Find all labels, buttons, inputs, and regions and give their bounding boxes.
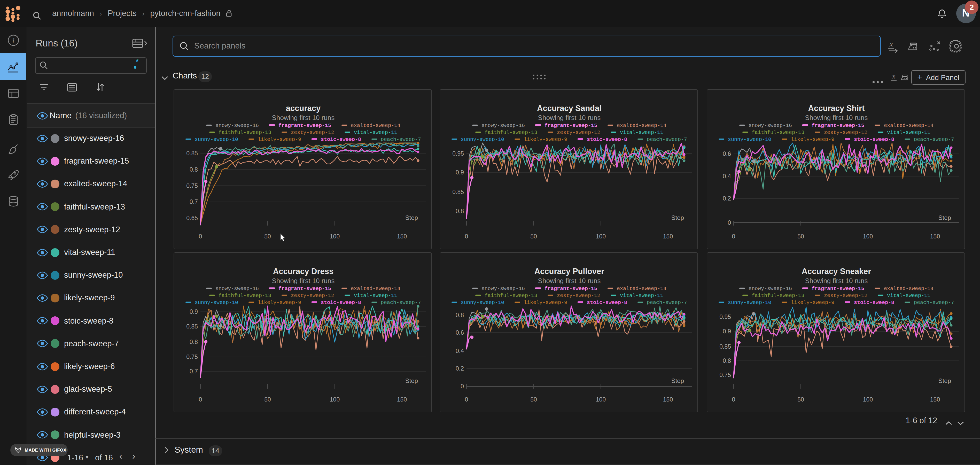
svg-text:fragrant-sweep-15: fragrant-sweep-15 bbox=[811, 122, 864, 129]
svg-text:Accuracy Shirt: Accuracy Shirt bbox=[808, 104, 865, 113]
svg-text:peach-sweep-7: peach-sweep-7 bbox=[380, 299, 421, 305]
svg-text:50: 50 bbox=[797, 396, 804, 403]
svg-text:0.95: 0.95 bbox=[452, 150, 464, 157]
svg-text:vital-sweep-11: vital-sweep-11 bbox=[620, 292, 663, 298]
svg-text:0.2: 0.2 bbox=[455, 365, 464, 371]
svg-text:0: 0 bbox=[460, 382, 464, 389]
svg-text:150: 150 bbox=[397, 396, 407, 403]
svg-text:150: 150 bbox=[663, 233, 673, 240]
svg-text:0.7: 0.7 bbox=[189, 198, 197, 205]
svg-text:accuracy: accuracy bbox=[286, 104, 321, 113]
svg-text:vital-sweep-11: vital-sweep-11 bbox=[887, 130, 931, 135]
svg-text:peach-sweep-7: peach-sweep-7 bbox=[646, 299, 687, 305]
svg-text:Accuracy Dress: Accuracy Dress bbox=[273, 267, 333, 276]
svg-text:sunny-sweep-10: sunny-sweep-10 bbox=[728, 136, 771, 143]
svg-text:likely-sweep-9: likely-sweep-9 bbox=[523, 299, 567, 305]
svg-text:vital-sweep-11: vital-sweep-11 bbox=[887, 292, 931, 298]
svg-text:zesty-sweep-12: zesty-sweep-12 bbox=[291, 130, 334, 135]
svg-text:150: 150 bbox=[930, 396, 940, 403]
svg-text:50: 50 bbox=[797, 233, 804, 240]
svg-text:50: 50 bbox=[530, 233, 537, 240]
svg-text:exalted-sweep-14: exalted-sweep-14 bbox=[884, 122, 934, 129]
svg-text:stoic-sweep-8: stoic-sweep-8 bbox=[854, 136, 894, 143]
svg-text:exalted-sweep-14: exalted-sweep-14 bbox=[884, 286, 934, 291]
svg-text:x: x bbox=[889, 40, 893, 48]
svg-text:Step: Step bbox=[405, 214, 418, 221]
svg-text:100: 100 bbox=[596, 233, 605, 240]
svg-text:Showing first 10 runs: Showing first 10 runs bbox=[538, 114, 601, 122]
svg-text:0.7: 0.7 bbox=[189, 368, 197, 375]
svg-text:100: 100 bbox=[329, 233, 339, 240]
svg-text:100: 100 bbox=[863, 233, 873, 240]
svg-text:zesty-sweep-12: zesty-sweep-12 bbox=[824, 292, 867, 298]
svg-text:0.65: 0.65 bbox=[186, 215, 197, 221]
svg-text:0: 0 bbox=[728, 219, 731, 226]
svg-text:0: 0 bbox=[465, 233, 468, 240]
svg-text:Accuracy Sneaker: Accuracy Sneaker bbox=[802, 267, 871, 276]
svg-text:150: 150 bbox=[663, 396, 673, 403]
svg-text:zesty-sweep-12: zesty-sweep-12 bbox=[557, 130, 600, 135]
svg-text:Showing first 10 runs: Showing first 10 runs bbox=[272, 277, 334, 284]
svg-text:stoic-sweep-8: stoic-sweep-8 bbox=[587, 136, 627, 143]
svg-text:0.75: 0.75 bbox=[186, 353, 197, 360]
svg-text:fragrant-sweep-15: fragrant-sweep-15 bbox=[278, 286, 331, 291]
svg-text:faithful-sweep-13: faithful-sweep-13 bbox=[484, 292, 537, 298]
svg-text:50: 50 bbox=[264, 396, 271, 403]
svg-text:likely-sweep-9: likely-sweep-9 bbox=[258, 136, 301, 143]
svg-text:snowy-sweep-16: snowy-sweep-16 bbox=[749, 122, 792, 129]
svg-text:exalted-sweep-14: exalted-sweep-14 bbox=[617, 286, 666, 291]
svg-text:Accuracy Sandal: Accuracy Sandal bbox=[537, 104, 601, 113]
svg-text:Showing first 10 runs: Showing first 10 runs bbox=[272, 114, 334, 122]
svg-text:0: 0 bbox=[199, 233, 202, 240]
svg-text:0: 0 bbox=[732, 233, 735, 240]
svg-text:0.9: 0.9 bbox=[723, 328, 731, 335]
svg-text:snowy-sweep-16: snowy-sweep-16 bbox=[481, 286, 525, 291]
svg-text:vital-sweep-11: vital-sweep-11 bbox=[354, 292, 397, 298]
svg-text:100: 100 bbox=[329, 396, 339, 403]
svg-text:50: 50 bbox=[264, 233, 271, 240]
svg-text:exalted-sweep-14: exalted-sweep-14 bbox=[617, 122, 666, 129]
svg-text:sunny-sweep-10: sunny-sweep-10 bbox=[194, 299, 238, 305]
svg-text:stoic-sweep-8: stoic-sweep-8 bbox=[587, 299, 627, 305]
svg-text:vital-sweep-11: vital-sweep-11 bbox=[620, 130, 663, 135]
svg-text:snowy-sweep-16: snowy-sweep-16 bbox=[481, 122, 525, 129]
svg-text:peach-sweep-7: peach-sweep-7 bbox=[646, 136, 687, 143]
svg-text:snowy-sweep-16: snowy-sweep-16 bbox=[215, 286, 259, 291]
svg-text:0.6: 0.6 bbox=[723, 151, 731, 157]
svg-text:0.4: 0.4 bbox=[723, 173, 731, 179]
svg-text:Showing first 10 runs: Showing first 10 runs bbox=[805, 277, 868, 284]
svg-text:0.9: 0.9 bbox=[455, 169, 464, 176]
svg-text:x: x bbox=[892, 73, 895, 80]
svg-text:Accuracy Pullover: Accuracy Pullover bbox=[534, 267, 604, 276]
svg-text:fragrant-sweep-15: fragrant-sweep-15 bbox=[811, 286, 864, 291]
svg-text:0.8: 0.8 bbox=[189, 338, 197, 345]
svg-text:stoic-sweep-8: stoic-sweep-8 bbox=[321, 299, 361, 305]
svg-text:0.8: 0.8 bbox=[455, 311, 464, 318]
svg-text:100: 100 bbox=[863, 396, 873, 403]
svg-text:0: 0 bbox=[732, 396, 735, 403]
svg-text:faithful-sweep-13: faithful-sweep-13 bbox=[218, 292, 271, 298]
svg-text:0.85: 0.85 bbox=[186, 150, 197, 157]
svg-text:peach-sweep-7: peach-sweep-7 bbox=[914, 136, 954, 143]
svg-text:i: i bbox=[13, 37, 14, 44]
svg-text:150: 150 bbox=[930, 233, 940, 240]
svg-text:0.4: 0.4 bbox=[455, 348, 464, 354]
svg-text:fragrant-sweep-15: fragrant-sweep-15 bbox=[278, 122, 331, 129]
svg-text:snowy-sweep-16: snowy-sweep-16 bbox=[749, 286, 792, 291]
svg-text:faithful-sweep-13: faithful-sweep-13 bbox=[752, 292, 804, 298]
svg-text:faithful-sweep-13: faithful-sweep-13 bbox=[218, 130, 271, 135]
svg-text:50: 50 bbox=[530, 396, 537, 403]
svg-text:zesty-sweep-12: zesty-sweep-12 bbox=[291, 292, 334, 298]
svg-text:zesty-sweep-12: zesty-sweep-12 bbox=[824, 130, 867, 135]
svg-text:Step: Step bbox=[671, 377, 684, 384]
svg-text:zesty-sweep-12: zesty-sweep-12 bbox=[557, 292, 600, 298]
svg-text:faithful-sweep-13: faithful-sweep-13 bbox=[484, 130, 537, 135]
svg-text:100: 100 bbox=[596, 396, 605, 403]
svg-text:stoic-sweep-8: stoic-sweep-8 bbox=[854, 299, 894, 305]
svg-text:0.2: 0.2 bbox=[723, 195, 731, 202]
svg-text:0.8: 0.8 bbox=[455, 208, 464, 214]
svg-text:0.85: 0.85 bbox=[452, 189, 464, 195]
svg-text:sunny-sweep-10: sunny-sweep-10 bbox=[728, 299, 771, 305]
svg-text:likely-sweep-9: likely-sweep-9 bbox=[791, 299, 834, 305]
svg-text:likely-sweep-9: likely-sweep-9 bbox=[523, 136, 567, 143]
